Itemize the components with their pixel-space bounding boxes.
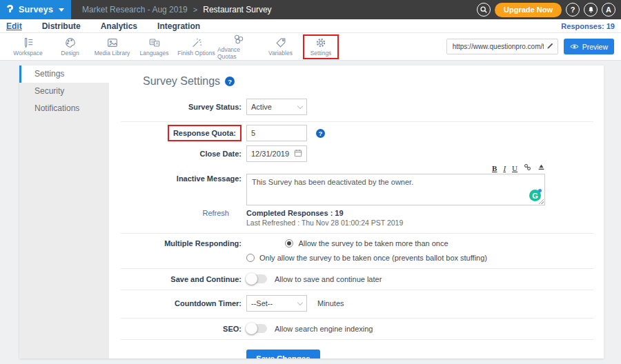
chevron-down-icon bbox=[297, 299, 303, 305]
toolbar-item-label: Media Library bbox=[95, 50, 130, 57]
settings-panel: Settings Security Notifications Survey S… bbox=[19, 65, 604, 358]
toolbar-item-workspace[interactable]: Workspace bbox=[7, 37, 49, 57]
radio-unselected-icon[interactable] bbox=[246, 254, 255, 262]
bell-icon bbox=[587, 6, 595, 14]
upgrade-now-button[interactable]: Upgrade Now bbox=[495, 3, 562, 17]
toolbar-item-advance-quotas[interactable]: Advance Quotas bbox=[217, 33, 259, 60]
radio-option-label: Allow the survey to be taken more than o… bbox=[298, 239, 448, 247]
inactive-message-textarea[interactable]: This Survey has been deactivated by the … bbox=[246, 174, 545, 205]
radio-option-once[interactable]: Only allow the survey to be taken once (… bbox=[246, 254, 487, 262]
chevron-down-icon bbox=[297, 103, 303, 108]
translate-icon: A bbox=[148, 37, 161, 49]
magic-wand-icon bbox=[190, 37, 203, 49]
last-refreshed-text: Last Refreshed : Thu Nov 28 01:00:24 PST… bbox=[246, 219, 403, 227]
sidebar-item-settings[interactable]: Settings bbox=[19, 65, 109, 83]
response-quota-value: 5 bbox=[251, 129, 255, 137]
pencil-list-icon bbox=[22, 37, 34, 49]
notifications-button[interactable] bbox=[584, 3, 598, 17]
tab-distribute[interactable]: Distribute bbox=[42, 21, 81, 31]
survey-status-select[interactable]: Active bbox=[246, 99, 307, 115]
toolbar-item-label: Design bbox=[61, 50, 79, 57]
responses-count[interactable]: Responses: 19 bbox=[561, 22, 615, 30]
toolbar-item-label: Variables bbox=[268, 50, 293, 57]
calendar-icon[interactable] bbox=[294, 149, 302, 159]
tab-integration[interactable]: Integration bbox=[157, 21, 200, 31]
pencil-icon[interactable] bbox=[546, 42, 554, 51]
save-and-continue-label: Save and Continue: bbox=[109, 275, 241, 283]
multiple-responding-label: Multiple Responding: bbox=[109, 239, 241, 247]
countdown-timer-value: --Set-- bbox=[251, 299, 273, 307]
response-quota-input[interactable]: 5 bbox=[246, 125, 307, 141]
divider bbox=[121, 121, 593, 122]
divider bbox=[121, 233, 593, 234]
sidebar-item-security[interactable]: Security bbox=[19, 83, 109, 100]
refresh-link[interactable]: Refresh bbox=[202, 209, 229, 217]
product-name[interactable]: Surveys bbox=[19, 5, 53, 14]
preview-label: Preview bbox=[582, 43, 608, 51]
completed-responses-text: Completed Responses : 19 bbox=[246, 209, 403, 217]
questionpro-logo-icon bbox=[6, 3, 14, 16]
seo-toggle[interactable] bbox=[246, 324, 267, 333]
response-quota-highlight-box: Response Quota: bbox=[168, 125, 241, 141]
preview-button[interactable]: Preview bbox=[564, 39, 614, 54]
nav-tabs-row: Edit Distribute Analytics Integration Re… bbox=[0, 19, 621, 33]
radio-selected-icon[interactable] bbox=[285, 239, 293, 247]
divider bbox=[121, 268, 593, 269]
toolbar-item-finish-options[interactable]: Finish Options bbox=[175, 37, 217, 57]
toolbar-item-label: Languages bbox=[139, 50, 168, 57]
settings-main: Survey Settings ? Survey Status: Active bbox=[109, 65, 604, 358]
toolbar-item-label: Workspace bbox=[13, 50, 42, 57]
toolbar-item-settings[interactable]: Settings bbox=[303, 34, 339, 59]
inactive-message-label: Inactive Message: bbox=[109, 163, 241, 183]
breadcrumb: Market Research - Aug 2019 > Restaurant … bbox=[82, 5, 272, 14]
underline-button[interactable]: U bbox=[512, 164, 518, 172]
help-button[interactable]: ? bbox=[566, 3, 580, 17]
header-actions: Upgrade Now ? A bbox=[477, 3, 621, 17]
divider bbox=[121, 339, 593, 340]
save-and-continue-toggle[interactable] bbox=[246, 274, 267, 283]
search-icon bbox=[480, 6, 488, 14]
survey-toolbar: Workspace Design Media Library A Languag… bbox=[0, 33, 621, 61]
divider bbox=[121, 318, 593, 318]
italic-button[interactable]: I bbox=[503, 164, 506, 172]
breadcrumb-parent[interactable]: Market Research - Aug 2019 bbox=[82, 5, 188, 14]
top-header: Surveys Market Research - Aug 2019 > Res… bbox=[0, 0, 621, 19]
quota-help-icon[interactable]: ? bbox=[316, 129, 325, 138]
close-date-input[interactable]: 12/31/2019 bbox=[246, 145, 307, 162]
sidebar-item-notifications[interactable]: Notifications bbox=[19, 100, 109, 117]
countdown-timer-label: Countdown Timer: bbox=[109, 299, 241, 307]
eye-icon bbox=[570, 43, 579, 51]
save-and-continue-desc: Allow to save and continue later bbox=[275, 275, 382, 283]
avatar[interactable]: A bbox=[602, 3, 615, 17]
chevron-down-icon bbox=[59, 8, 64, 12]
title-help-icon[interactable]: ? bbox=[225, 77, 235, 86]
search-button[interactable] bbox=[477, 3, 491, 17]
divider bbox=[121, 290, 593, 290]
survey-url-value[interactable]: https://www.questionpro.com/t/APNrFZ bbox=[453, 43, 544, 50]
resize-handle[interactable] bbox=[539, 199, 544, 204]
toolbar-item-design[interactable]: Design bbox=[49, 37, 91, 57]
breadcrumb-separator: > bbox=[193, 6, 197, 14]
brand-block[interactable]: Surveys bbox=[0, 0, 71, 19]
close-date-label: Close Date: bbox=[109, 150, 241, 158]
link-button[interactable] bbox=[524, 163, 531, 172]
countdown-timer-select[interactable]: --Set-- bbox=[246, 295, 307, 312]
survey-status-label: Survey Status: bbox=[109, 103, 241, 111]
seo-label: SEO: bbox=[109, 325, 241, 333]
image-icon bbox=[106, 37, 119, 49]
minutes-label: Minutes bbox=[317, 299, 344, 307]
toolbar-item-label: Settings bbox=[310, 50, 332, 57]
radio-option-multiple[interactable]: Allow the survey to be taken more than o… bbox=[285, 239, 448, 247]
toolbar-item-languages[interactable]: A Languages bbox=[133, 37, 175, 57]
tab-edit[interactable]: Edit bbox=[6, 21, 22, 31]
tab-analytics[interactable]: Analytics bbox=[101, 21, 137, 31]
toolbar-item-variables[interactable]: Variables bbox=[259, 37, 302, 57]
svg-text:A: A bbox=[155, 41, 158, 46]
survey-url-field[interactable]: https://www.questionpro.com/t/APNrFZ bbox=[446, 39, 558, 54]
anchor-button[interactable] bbox=[538, 163, 545, 172]
save-changes-button[interactable]: Save Changes bbox=[246, 350, 320, 358]
page-content: Settings Security Notifications Survey S… bbox=[0, 61, 621, 364]
breadcrumb-current: Restaurant Survey bbox=[203, 5, 271, 14]
toolbar-item-media-library[interactable]: Media Library bbox=[91, 37, 133, 57]
bold-button[interactable]: B bbox=[492, 164, 497, 172]
